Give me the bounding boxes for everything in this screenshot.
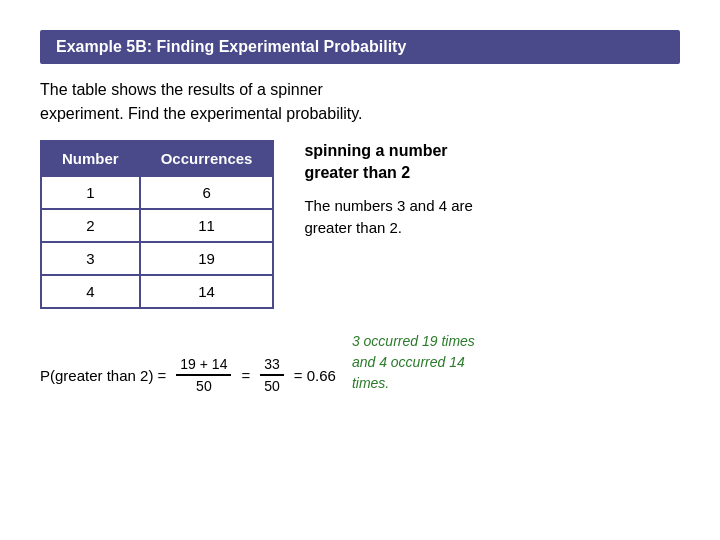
cell-number-0: 1 — [41, 176, 140, 209]
fraction2-numerator: 33 — [260, 356, 284, 376]
col-number-header: Number — [41, 141, 140, 176]
col-occurrences-header: Occurrences — [140, 141, 274, 176]
fraction1-numerator: 19 + 14 — [176, 356, 231, 376]
table-row: 16 — [41, 176, 273, 209]
table-row: 319 — [41, 242, 273, 275]
title-bar: Example 5B: Finding Experimental Probabi… — [40, 30, 680, 64]
equals2: = 0.66 — [294, 367, 336, 384]
cell-number-3: 4 — [41, 275, 140, 308]
formula-area: P(greater than 2) = 19 + 14 50 = 33 50 =… — [40, 356, 336, 394]
fraction2-denominator: 50 — [260, 376, 284, 394]
italic-note: 3 occurred 19 times and 4 occurred 14 ti… — [352, 331, 680, 394]
formula-prefix: P(greater than 2) = — [40, 367, 166, 384]
formula-row: P(greater than 2) = 19 + 14 50 = 33 50 =… — [40, 331, 680, 394]
table-row: 414 — [41, 275, 273, 308]
side-text: spinning a number greater than 2 The num… — [304, 140, 680, 240]
cell-occurrences-2: 19 — [140, 242, 274, 275]
table-header-row: Number Occurrences — [41, 141, 273, 176]
fraction2: 33 50 — [258, 356, 286, 394]
cell-number-2: 3 — [41, 242, 140, 275]
cell-occurrences-0: 6 — [140, 176, 274, 209]
spinning-label-line1: spinning a number — [304, 142, 447, 159]
table-row: 211 — [41, 209, 273, 242]
numbers-note-line1: The numbers 3 and 4 are — [304, 197, 472, 214]
equals1: = — [241, 367, 250, 384]
fraction1-element: 19 + 14 50 — [176, 356, 231, 394]
italic-note-line1: 3 occurred 19 times — [352, 333, 475, 349]
content-row: Number Occurrences 16211319414 spinning … — [40, 140, 680, 309]
description-line1: The table shows the results of a spinner — [40, 81, 323, 98]
page: Example 5B: Finding Experimental Probabi… — [0, 0, 720, 540]
numbers-note-line2: greater than 2. — [304, 219, 402, 236]
fraction1-denominator: 50 — [192, 376, 216, 394]
fraction2-element: 33 50 — [260, 356, 284, 394]
spinning-label: spinning a number greater than 2 — [304, 140, 680, 185]
cell-number-1: 2 — [41, 209, 140, 242]
data-table: Number Occurrences 16211319414 — [40, 140, 274, 309]
description: The table shows the results of a spinner… — [40, 78, 680, 126]
title-text: Example 5B: Finding Experimental Probabi… — [56, 38, 406, 55]
italic-note-line2: and 4 occurred 14 — [352, 354, 465, 370]
italic-note-line3: times. — [352, 375, 389, 391]
cell-occurrences-1: 11 — [140, 209, 274, 242]
description-line2: experiment. Find the experimental probab… — [40, 105, 363, 122]
spinning-label-line2: greater than 2 — [304, 164, 410, 181]
numbers-note: The numbers 3 and 4 are greater than 2. — [304, 195, 680, 240]
table-area: Number Occurrences 16211319414 — [40, 140, 274, 309]
fraction1: 19 + 14 50 — [174, 356, 233, 394]
cell-occurrences-3: 14 — [140, 275, 274, 308]
